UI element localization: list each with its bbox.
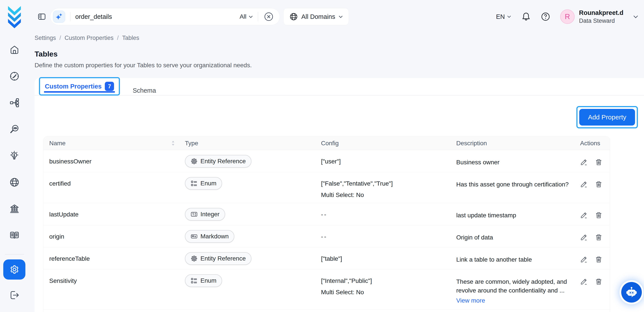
edit-icon[interactable]: [580, 211, 588, 219]
page-subtitle: Define the custom properties for your Ta…: [34, 62, 644, 69]
type-chip: Entity Reference: [185, 155, 252, 168]
edit-icon[interactable]: [580, 278, 588, 285]
row-actions: [580, 155, 610, 168]
tab-schema[interactable]: Schema: [129, 87, 160, 95]
sidebar-item-home[interactable]: [3, 36, 26, 63]
type-chip: Enum: [185, 177, 222, 190]
insights-icon: [10, 151, 20, 161]
global-search-input[interactable]: order_details All: [50, 8, 280, 25]
config-line: --: [321, 233, 456, 240]
breadcrumb-custom-properties[interactable]: Custom Properties: [64, 35, 114, 41]
property-config: --: [321, 230, 456, 243]
enum-icon: [190, 180, 198, 187]
property-config: --: [321, 208, 456, 221]
property-name: lastUpdate: [49, 208, 185, 221]
topbar: order_details All All Domains EN: [29, 0, 644, 33]
breadcrumb-settings[interactable]: Settings: [34, 35, 56, 41]
sidebar-item-explore[interactable]: [3, 63, 26, 89]
property-description: Has this asset gone through certificatio…: [456, 177, 580, 199]
page-title: Tables: [34, 50, 644, 58]
property-name: businessOwner: [49, 155, 185, 168]
language-dropdown[interactable]: EN: [496, 13, 511, 20]
language-label: EN: [496, 13, 505, 20]
edit-icon[interactable]: [580, 234, 588, 241]
main-content: Settings / Custom Properties / Tables Ta…: [29, 33, 644, 312]
divider: [70, 12, 70, 21]
clear-search-icon[interactable]: [264, 12, 274, 22]
custom-properties-table: Name Type Config Description Actions bus…: [43, 136, 610, 312]
observability-icon: [10, 124, 20, 134]
row-actions: [580, 252, 610, 265]
app-logo-icon[interactable]: [6, 6, 23, 28]
property-config: ["Internal","Public"]Multi Select: No: [321, 274, 456, 305]
add-property-button[interactable]: Add Property: [579, 109, 635, 125]
delete-icon[interactable]: [595, 234, 602, 241]
tab-custom-properties[interactable]: Custom Properties 7: [41, 78, 118, 94]
sidebar-item-settings[interactable]: [3, 259, 26, 279]
chevron-down-icon: [248, 15, 253, 18]
user-menu[interactable]: R Rounakpreet.d Data Steward: [560, 9, 638, 24]
search-query-text: order_details: [75, 13, 240, 20]
sidebar-divider: [5, 254, 24, 255]
sidebar: [0, 0, 29, 312]
column-header-actions: Actions: [580, 140, 610, 147]
config-line: ["Internal","Public"]: [321, 277, 456, 284]
annotation-highlight-box: Add Property: [576, 106, 638, 128]
delete-icon[interactable]: [595, 211, 602, 219]
edit-icon[interactable]: [580, 256, 588, 263]
property-config: ["user"]: [321, 155, 456, 168]
sidebar-toggle-icon[interactable]: [37, 12, 46, 22]
delete-icon[interactable]: [595, 181, 602, 188]
sidebar-item-govern[interactable]: [3, 195, 26, 222]
table-body: businessOwner Entity Reference ["user"] …: [44, 150, 610, 312]
table-row: origin Markdown -- Origin of data: [44, 225, 610, 247]
sidebar-item-observability[interactable]: [3, 116, 26, 142]
property-name: referenceTable: [49, 252, 185, 265]
domains-dropdown[interactable]: All Domains: [284, 8, 349, 25]
property-name: origin: [49, 230, 185, 243]
property-description: last update timestamp: [456, 208, 580, 221]
view-more-link[interactable]: View more: [456, 296, 485, 305]
config-line: --: [321, 211, 456, 218]
type-chip: Entity Reference: [185, 252, 252, 265]
chevron-down-icon: [338, 15, 343, 18]
delete-icon[interactable]: [595, 278, 602, 285]
table-row: tableType Table Columns: Testing: [44, 309, 610, 312]
column-header-name[interactable]: Name: [49, 140, 66, 147]
help-icon[interactable]: [541, 12, 550, 21]
sidebar-item-lineage[interactable]: [3, 89, 26, 116]
breadcrumb-separator: /: [60, 35, 61, 41]
type-chip: Integer: [185, 208, 225, 221]
config-line: ["user"]: [321, 158, 456, 165]
row-actions: [580, 274, 610, 305]
annotation-highlight-box: Custom Properties 7: [39, 77, 120, 96]
notifications-bell-icon[interactable]: [521, 12, 531, 22]
compass-icon: [10, 71, 20, 81]
sidebar-item-insights[interactable]: [3, 142, 26, 169]
sidebar-item-logout[interactable]: [3, 282, 26, 308]
property-description: Origin of data: [456, 230, 580, 243]
breadcrumb: Settings / Custom Properties / Tables: [34, 35, 644, 41]
type-chip: Markdown: [185, 230, 234, 243]
delete-icon[interactable]: [595, 256, 602, 263]
avatar: R: [560, 10, 575, 24]
property-name: Sensitivity: [49, 274, 185, 305]
breadcrumb-separator: /: [117, 35, 119, 41]
content-card: Custom Properties 7 Schema Add Property …: [34, 78, 644, 312]
domains-label: All Domains: [301, 13, 335, 20]
column-header-config: Config: [321, 140, 456, 147]
globe-icon: [289, 12, 298, 21]
table-row: businessOwner Entity Reference ["user"] …: [44, 150, 610, 172]
edit-icon[interactable]: [580, 159, 588, 166]
delete-icon[interactable]: [595, 159, 602, 166]
edit-icon[interactable]: [580, 181, 588, 188]
sidebar-item-glossary[interactable]: [3, 222, 26, 248]
user-role: Data Steward: [579, 18, 624, 24]
sidebar-item-domains[interactable]: [3, 169, 26, 195]
integer-icon: [190, 211, 198, 218]
config-line: ["False","Tentative","True"]: [321, 180, 456, 187]
entity-reference-icon: [190, 158, 198, 165]
chat-bot-button[interactable]: [621, 282, 642, 302]
sort-icon[interactable]: [171, 140, 175, 146]
search-scope-dropdown[interactable]: All: [240, 13, 253, 20]
